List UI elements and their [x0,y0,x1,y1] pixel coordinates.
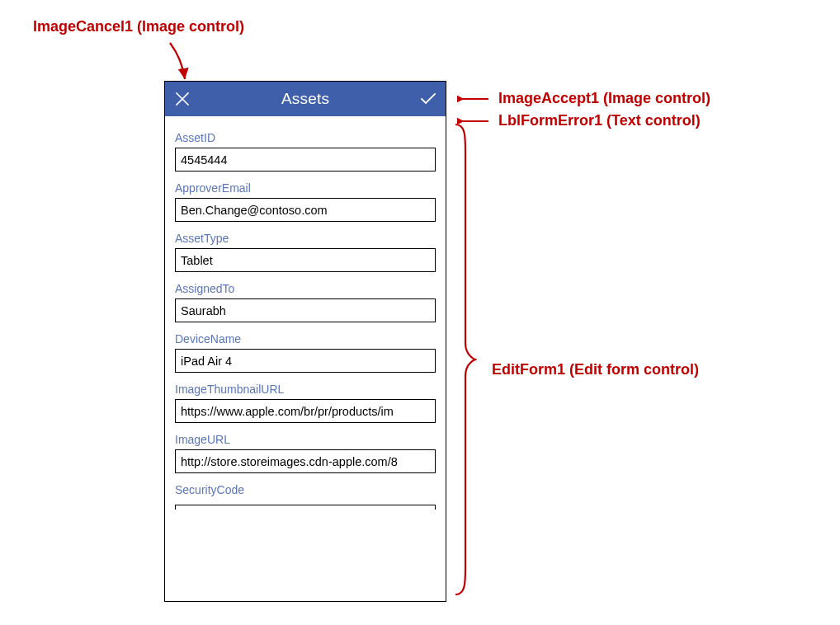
field-securitycode: SecurityCode [175,483,436,515]
approveremail-input[interactable] [175,198,436,222]
assetid-input[interactable] [175,148,436,172]
edit-form1: AssetID ApproverEmail AssetType Assigned… [165,120,446,515]
phone-screen: Assets AssetID ApproverEmail AssetType A… [164,81,446,602]
field-label: ImageURL [175,433,436,446]
field-devicename: DeviceName [175,332,436,373]
field-approveremail: ApproverEmail [175,181,436,222]
assettype-input[interactable] [175,248,436,272]
field-imageurl: ImageURL [175,433,436,473]
imageurl-input[interactable] [175,449,436,473]
annotation-lbl-form-error1: LblFormError1 (Text control) [457,112,701,129]
annotation-image-accept1: ImageAccept1 (Image control) [457,90,710,107]
page-title: Assets [281,90,329,108]
devicename-input[interactable] [175,349,436,373]
field-assettype: AssetType [175,232,436,272]
phone-header: Assets [165,82,446,116]
close-icon[interactable] [173,90,191,108]
annotation-text: ImageAccept1 (Image control) [498,90,710,107]
field-imagethumbnailurl: ImageThumbnailURL [175,383,436,423]
field-assignedto: AssignedTo [175,282,436,322]
arrow-top-left [165,40,198,82]
field-label: AssignedTo [175,282,436,295]
field-assetid: AssetID [175,131,436,172]
checkmark-icon[interactable] [419,90,437,108]
field-label: ApproverEmail [175,181,436,195]
field-label: ImageThumbnailURL [175,383,436,396]
securitycode-input[interactable] [175,505,436,510]
annotation-edit-form1: EditForm1 (Edit form control) [492,361,699,378]
field-label: AssetType [175,232,436,245]
field-label: SecurityCode [175,483,436,496]
assignedto-input[interactable] [175,298,436,322]
annotation-image-cancel1: ImageCancel1 (Image control) [33,18,244,35]
imagethumbnailurl-input[interactable] [175,399,436,423]
annotation-text: LblFormError1 (Text control) [498,112,701,129]
curly-brace [452,120,477,599]
field-label: DeviceName [175,332,436,345]
field-label: AssetID [175,131,436,144]
